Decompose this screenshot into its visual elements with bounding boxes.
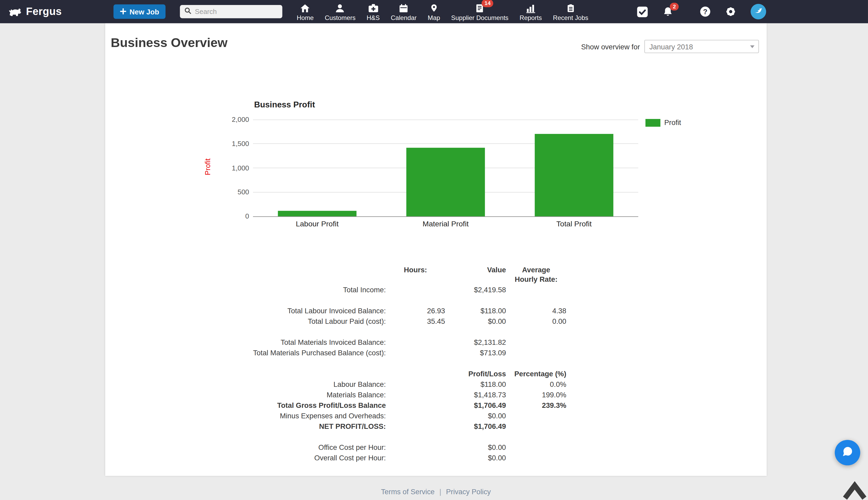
- spacer-row: [231, 358, 566, 368]
- row-pct: 0.0%: [506, 379, 566, 389]
- row-label: Total Income:: [231, 284, 386, 295]
- chart-title: Business Profit: [254, 100, 315, 109]
- help-icon[interactable]: ?: [700, 6, 711, 17]
- page-title: Business Overview: [111, 35, 227, 50]
- customers-icon: [335, 3, 345, 13]
- gridline: [253, 119, 639, 120]
- row-label: Total Materials Invoiced Balance:: [231, 337, 386, 348]
- row-total-income: Total Income: $2,419.58: [231, 284, 566, 295]
- row-value: $0.00: [445, 442, 506, 453]
- nav-label: Reports: [520, 14, 542, 21]
- nav-item-home[interactable]: Home: [291, 0, 319, 23]
- nav-label: Supplier Documents: [451, 14, 508, 21]
- business-overview-card: Business Overview Show overview for Janu…: [105, 23, 767, 476]
- privacy-policy-link[interactable]: Privacy Policy: [446, 487, 491, 496]
- bar-labour-profit: [278, 211, 357, 216]
- row-value: $0.00: [445, 316, 506, 327]
- y-tick-label: 1,500: [205, 139, 249, 148]
- y-tick-label: 2,000: [205, 115, 249, 124]
- health-safety-icon: [368, 3, 378, 13]
- topbar-right-icons: 2 ?: [636, 0, 766, 23]
- row-label: Total Gross Profit/Loss Balance: [231, 400, 386, 410]
- nav-label: Customers: [325, 14, 356, 21]
- nav-label: Home: [296, 14, 314, 21]
- row-label: Minus Expenses and Overheads:: [231, 410, 386, 421]
- y-tick-label: 0: [205, 212, 249, 221]
- nav-item-supplier-documents[interactable]: 14 Supplier Documents: [446, 0, 514, 23]
- bar-material-profit: [406, 148, 485, 216]
- plot-area: [253, 120, 639, 216]
- user-avatar[interactable]: [751, 4, 766, 20]
- row-net-profit: NET PROFIT/LOSS: $1,706.49: [231, 421, 566, 432]
- app-window: Fergus New Job Home: [0, 0, 868, 500]
- terms-of-service-link[interactable]: Terms of Service: [381, 487, 435, 496]
- row-value: $0.00: [445, 410, 506, 421]
- brand-name: Fergus: [26, 5, 62, 18]
- search-input[interactable]: [195, 8, 278, 15]
- row-avg: 0.00: [506, 316, 566, 327]
- summary-header-row: Hours: Value Average Hourly Rate:: [231, 264, 566, 284]
- chart-legend[interactable]: Profit: [645, 118, 681, 127]
- row-value: $2,131.82: [445, 337, 506, 348]
- spacer-row: [231, 327, 566, 337]
- x-tick-label: Total Profit: [556, 220, 591, 228]
- row-label: Labour Balance:: [231, 379, 386, 389]
- row-value: $1,418.73: [445, 389, 506, 400]
- supplier-documents-icon: 14: [475, 3, 484, 13]
- row-label: Materials Balance:: [231, 389, 386, 400]
- row-minus-expenses: Minus Expenses and Overheads: $0.00: [231, 410, 566, 421]
- nav-item-customers[interactable]: Customers: [319, 0, 361, 23]
- row-value: $2,419.58: [445, 284, 506, 295]
- fergus-logo[interactable]: Fergus: [8, 0, 62, 23]
- header-value: Value: [445, 264, 506, 284]
- x-tick-label: Labour Profit: [296, 220, 339, 228]
- tasks-check-icon[interactable]: [636, 6, 648, 17]
- new-job-label: New Job: [129, 7, 159, 16]
- nav-item-hs[interactable]: H&S: [361, 0, 385, 23]
- fergus-dog-icon: [8, 5, 22, 18]
- row-hours: 26.93: [386, 305, 445, 316]
- supplier-documents-badge: 14: [482, 0, 494, 7]
- plus-icon: [120, 7, 126, 16]
- footer-separator: |: [440, 487, 441, 496]
- row-labour-balance: Labour Balance: $118.00 0.0%: [231, 379, 566, 389]
- row-label: Total Materials Purchased Balance (cost)…: [231, 348, 386, 358]
- header-profit-loss: Profit/Loss: [445, 368, 506, 379]
- nav-item-calendar[interactable]: Calendar: [385, 0, 422, 23]
- nav-label: Recent Jobs: [553, 14, 588, 21]
- nav-item-map[interactable]: Map: [422, 0, 446, 23]
- row-value: $118.00: [445, 305, 506, 316]
- row-pct: 199.0%: [506, 389, 566, 400]
- notifications-badge: 2: [670, 2, 679, 10]
- chat-launcher-button[interactable]: [835, 440, 860, 465]
- nav-item-recent-jobs[interactable]: Recent Jobs: [548, 0, 594, 23]
- row-label: Total Labour Invoiced Balance:: [231, 305, 386, 316]
- corner-chevron-up-icon[interactable]: [842, 480, 867, 500]
- row-label: Total Labour Paid (cost):: [231, 316, 386, 327]
- row-labour-invoiced: Total Labour Invoiced Balance: 26.93 $11…: [231, 305, 566, 316]
- row-pl-header: Profit/Loss Percentage (%): [231, 368, 566, 379]
- home-icon: [300, 3, 310, 13]
- main-nav: Home Customers H&S Calendar: [291, 0, 594, 23]
- row-materials-invoiced: Total Materials Invoiced Balance: $2,131…: [231, 337, 566, 348]
- spacer-row: [231, 432, 566, 442]
- overview-period-filter: Show overview for January 2018: [581, 40, 759, 53]
- row-value: $713.09: [445, 348, 506, 358]
- calendar-icon: [399, 3, 409, 13]
- settings-gear-icon[interactable]: [725, 6, 736, 17]
- header-avg-hourly-rate: Average Hourly Rate:: [506, 264, 566, 284]
- legend-swatch: [645, 119, 661, 126]
- row-gross-balance: Total Gross Profit/Loss Balance $1,706.4…: [231, 400, 566, 410]
- row-avg: 4.38: [506, 305, 566, 316]
- new-job-button[interactable]: New Job: [113, 4, 166, 19]
- nav-label: Calendar: [391, 14, 417, 21]
- header-percentage: Percentage (%): [506, 368, 566, 379]
- nav-item-reports[interactable]: Reports: [514, 0, 548, 23]
- overview-period-select[interactable]: January 2018: [644, 40, 759, 53]
- row-office-cost: Office Cost per Hour: $0.00: [231, 442, 566, 453]
- overview-filter-label: Show overview for: [581, 42, 640, 51]
- notifications-bell-icon[interactable]: 2: [663, 6, 673, 17]
- y-tick-label: 1,000: [205, 163, 249, 172]
- bar-total-profit: [534, 134, 613, 216]
- x-axis-line: [253, 216, 639, 217]
